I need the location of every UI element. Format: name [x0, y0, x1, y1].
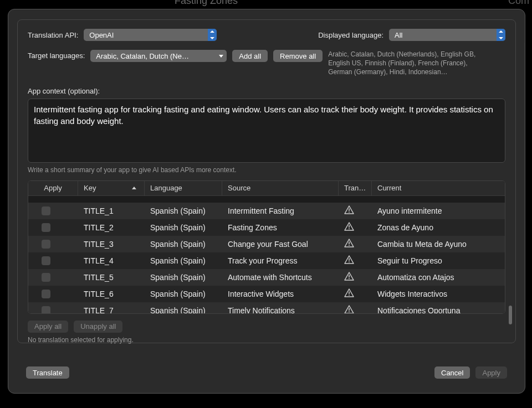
- cell-current: Cambia tu Meta de Ayuno: [372, 240, 505, 249]
- warning-icon: [344, 239, 354, 247]
- target-languages-value: Arabic, Catalan, Dutch (Ne…: [96, 52, 216, 60]
- chevron-down-icon: [219, 55, 223, 58]
- cell-current: Automatiza con Atajos: [372, 273, 505, 282]
- svg-rect-13: [349, 311, 350, 312]
- apply-button[interactable]: Apply: [475, 366, 507, 379]
- remove-all-button[interactable]: Remove all: [273, 50, 323, 62]
- table-row[interactable]: TITLE_2Spanish (Spain)Fasting ZonesZonas…: [28, 219, 505, 236]
- cell-language: Spanish (Spain): [145, 290, 222, 298]
- cell-translation: [339, 239, 372, 249]
- cell-language: Spanish (Spain): [145, 256, 222, 265]
- apply-checkbox[interactable]: [42, 306, 50, 313]
- table-row[interactable]: TITLE_5Spanish (Spain)Automate with Shor…: [28, 269, 505, 286]
- cell-translation: [339, 305, 372, 313]
- cell-translation: [339, 222, 372, 233]
- cancel-button[interactable]: Cancel: [434, 366, 470, 379]
- warning-icon: [344, 255, 354, 264]
- warning-icon: [344, 222, 354, 231]
- apply-checkbox[interactable]: [42, 290, 50, 298]
- sort-asc-icon: [132, 187, 136, 189]
- col-translation[interactable]: Tran…: [339, 181, 372, 195]
- translation-api-label: Translation API:: [28, 31, 78, 39]
- svg-rect-10: [349, 292, 350, 295]
- col-source[interactable]: Source: [222, 181, 339, 195]
- cell-current: Notificaciones Oportuna: [372, 306, 505, 313]
- svg-rect-4: [349, 242, 350, 245]
- table-header: Apply Key Language Source Tran… Current: [28, 181, 505, 196]
- translate-button[interactable]: Translate: [26, 366, 69, 379]
- cell-language: Spanish (Spain): [145, 240, 222, 249]
- cell-translation: [339, 272, 372, 282]
- apply-checkbox[interactable]: [42, 273, 50, 282]
- warning-icon: [344, 288, 354, 297]
- translation-api-value: OpenAI: [89, 31, 203, 39]
- updown-icon: [497, 29, 505, 41]
- cell-source: Fasting Zones: [222, 223, 339, 232]
- cell-language: Spanish (Spain): [145, 223, 222, 232]
- background-tab-partial: Com: [508, 0, 529, 7]
- col-key[interactable]: Key: [78, 181, 145, 195]
- cell-source: Change your Fast Goal: [222, 240, 339, 249]
- cell-key: TITLE_7: [78, 306, 145, 313]
- dialog: Fasting Zones Com Translation API: OpenA…: [8, 9, 525, 394]
- table-body: TITLE_1Spanish (Spain)Intermittent Fasti…: [28, 196, 505, 313]
- cell-key: TITLE_6: [78, 290, 145, 298]
- updown-icon: [208, 29, 217, 41]
- app-context-textarea[interactable]: Intermittent fasting app for tracking fa…: [28, 99, 505, 163]
- table-row[interactable]: TITLE_1Spanish (Spain)Intermittent Fasti…: [28, 203, 505, 219]
- svg-rect-3: [349, 228, 350, 229]
- cell-key: TITLE_3: [78, 240, 145, 249]
- warning-icon: [344, 305, 354, 313]
- cell-current: Widgets Interactivos: [372, 290, 505, 298]
- cell-current: Seguir tu Progreso: [372, 256, 505, 265]
- col-apply[interactable]: Apply: [28, 181, 78, 195]
- apply-checkbox[interactable]: [42, 223, 50, 232]
- svg-rect-11: [349, 295, 350, 296]
- unapply-all-button[interactable]: Unapply all: [74, 321, 122, 333]
- apply-checkbox[interactable]: [42, 256, 50, 265]
- scrollbar-thumb[interactable]: [509, 306, 512, 324]
- cell-key: TITLE_5: [78, 273, 145, 282]
- app-context-help: Write a short summary of your app to giv…: [28, 166, 505, 174]
- svg-rect-12: [349, 308, 350, 311]
- svg-rect-9: [349, 278, 350, 279]
- background-tab-title: Fasting Zones: [175, 0, 238, 7]
- add-all-button[interactable]: Add all: [232, 50, 268, 62]
- table-row[interactable]: TITLE_7Spanish (Spain)Timely Notificatio…: [28, 302, 505, 313]
- translations-table: Apply Key Language Source Tran… Current …: [28, 180, 505, 314]
- col-current[interactable]: Current: [372, 181, 505, 195]
- cell-source: Timely Notifications: [222, 306, 339, 313]
- target-languages-select[interactable]: Arabic, Catalan, Dutch (Ne…: [90, 50, 227, 62]
- cell-translation: [339, 255, 372, 266]
- displayed-language-select[interactable]: All: [389, 29, 505, 41]
- cell-key: TITLE_2: [78, 223, 145, 232]
- table-row[interactable]: TITLE_4Spanish (Spain)Track your Progres…: [28, 252, 505, 269]
- cell-key: TITLE_1: [78, 206, 145, 215]
- cell-current: Ayuno intermitente: [372, 206, 505, 215]
- svg-rect-5: [349, 245, 350, 246]
- apply-all-button[interactable]: Apply all: [28, 321, 68, 333]
- displayed-language-label: Displayed language:: [318, 31, 383, 39]
- table-row[interactable]: TITLE_3Spanish (Spain)Change your Fast G…: [28, 236, 505, 252]
- svg-rect-8: [349, 275, 350, 278]
- svg-rect-2: [349, 225, 350, 228]
- cell-translation: [339, 288, 372, 299]
- cell-current: Zonas de Ayuno: [372, 223, 505, 232]
- cell-source: Track your Progress: [222, 256, 339, 265]
- cell-source: Interactive Widgets: [222, 290, 339, 298]
- col-language[interactable]: Language: [145, 181, 222, 195]
- dialog-footer: Translate Cancel Apply: [26, 366, 507, 379]
- svg-rect-1: [349, 211, 350, 213]
- svg-rect-7: [349, 261, 350, 262]
- translation-api-select[interactable]: OpenAI: [84, 29, 217, 41]
- app-context-label: App context (optional):: [28, 87, 505, 95]
- apply-checkbox[interactable]: [42, 206, 50, 215]
- displayed-language-value: All: [395, 31, 492, 39]
- content-panel: Translation API: OpenAI Displayed langua…: [17, 19, 516, 343]
- apply-checkbox[interactable]: [42, 240, 50, 249]
- cell-source: Automate with Shortcuts: [222, 273, 339, 282]
- table-row[interactable]: TITLE_6Spanish (Spain)Interactive Widget…: [28, 286, 505, 302]
- apply-status: No translation selected for applying.: [28, 336, 505, 344]
- cell-language: Spanish (Spain): [145, 306, 222, 313]
- table-spacer: [28, 196, 505, 203]
